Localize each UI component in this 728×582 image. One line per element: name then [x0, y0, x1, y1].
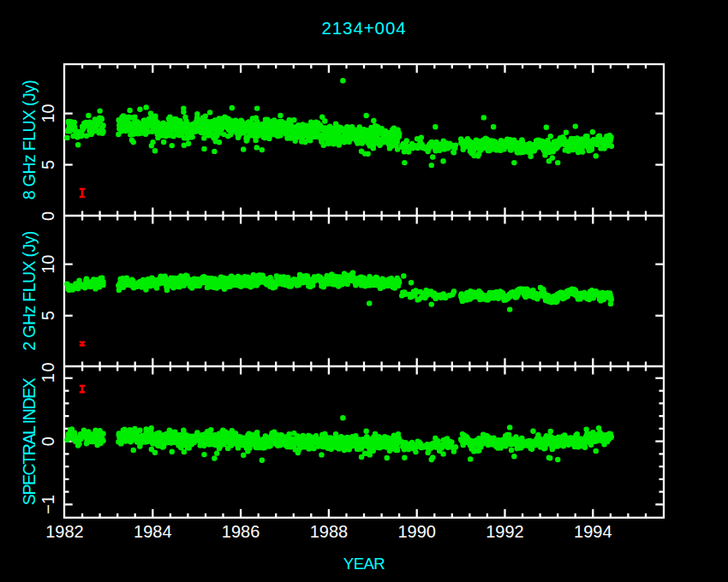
svg-text:SPECTRAL INDEX: SPECTRAL INDEX [20, 377, 39, 505]
svg-text:2 GHz FLUX (Jy): 2 GHz FLUX (Jy) [20, 231, 39, 351]
svg-text:10: 10 [39, 255, 57, 274]
svg-text:5: 5 [39, 311, 57, 320]
svg-text:2134+004: 2134+004 [322, 18, 407, 38]
svg-text:10: 10 [39, 104, 57, 122]
svg-text:0: 0 [39, 211, 57, 221]
svg-text:1988: 1988 [310, 522, 349, 541]
svg-text:1: 1 [39, 373, 57, 383]
svg-text:1994: 1994 [574, 522, 612, 541]
svg-text:1990: 1990 [397, 522, 436, 541]
svg-text:5: 5 [39, 160, 57, 169]
svg-text:1986: 1986 [222, 522, 260, 541]
svg-text:0: 0 [39, 436, 57, 446]
svg-text:1992: 1992 [486, 522, 524, 541]
svg-text:1982: 1982 [45, 522, 84, 541]
svg-text:0: 0 [39, 362, 57, 371]
svg-text:8 GHz FLUX (Jy): 8 GHz FLUX (Jy) [20, 80, 39, 200]
svg-text:YEAR: YEAR [343, 555, 385, 573]
svg-text:1984: 1984 [134, 522, 172, 541]
svg-text:−1: −1 [39, 495, 57, 514]
